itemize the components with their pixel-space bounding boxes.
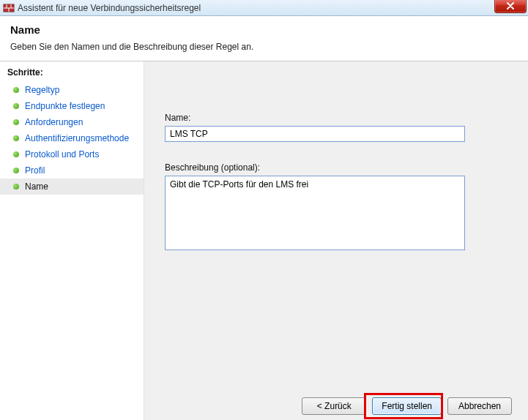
sidebar-item-profil[interactable]: Profil — [0, 162, 144, 179]
bullet-icon — [13, 151, 19, 157]
description-field-block: Beschreibung (optional): Gibt die TCP-Po… — [165, 162, 507, 252]
bullet-icon — [13, 87, 19, 93]
window-title: Assistent für neue Verbindungssicherheit… — [18, 3, 201, 13]
sidebar-item-label: Regeltyp — [25, 85, 59, 95]
bullet-icon — [13, 119, 19, 125]
name-field-block: Name: — [165, 113, 507, 142]
page-subtitle: Geben Sie den Namen und die Beschreibung… — [10, 42, 518, 52]
bullet-icon — [13, 135, 19, 141]
sidebar-item-protokoll[interactable]: Protokoll und Ports — [0, 146, 144, 162]
description-label: Beschreibung (optional): — [165, 162, 507, 173]
back-button[interactable]: < Zurück — [302, 397, 366, 415]
bullet-icon — [13, 103, 19, 109]
cancel-button[interactable]: Abbrechen — [447, 397, 512, 415]
sidebar-item-anforderungen[interactable]: Anforderungen — [0, 114, 144, 130]
page-title: Name — [10, 23, 518, 36]
description-input[interactable]: Gibt die TCP-Ports für den LMS frei — [165, 176, 465, 250]
sidebar-item-label: Endpunkte festlegen — [25, 101, 105, 111]
finish-button[interactable]: Fertig stellen — [372, 397, 442, 415]
sidebar-item-auth[interactable]: Authentifizierungsmethode — [0, 130, 144, 146]
sidebar-item-name[interactable]: Name — [0, 179, 144, 195]
wizard-window: Assistent für neue Verbindungssicherheit… — [0, 0, 528, 420]
sidebar-item-endpunkte[interactable]: Endpunkte festlegen — [0, 98, 144, 114]
sidebar-item-label: Protokoll und Ports — [25, 149, 99, 160]
name-input[interactable] — [165, 126, 465, 142]
button-row: < Zurück Fertig stellen Abbrechen — [302, 397, 512, 415]
main-panel: Name: Beschreibung (optional): Gibt die … — [144, 61, 528, 420]
body-area: Schritte: Regeltyp Endpunkte festlegen A… — [0, 61, 528, 420]
titlebar: Assistent für neue Verbindungssicherheit… — [0, 0, 528, 16]
firewall-icon — [3, 2, 15, 14]
sidebar-item-label: Authentifizierungsmethode — [25, 133, 129, 143]
close-button[interactable] — [494, 0, 527, 13]
name-label: Name: — [165, 113, 507, 123]
sidebar-heading: Schritte: — [0, 66, 144, 82]
wizard-steps-sidebar: Schritte: Regeltyp Endpunkte festlegen A… — [0, 61, 144, 420]
sidebar-item-label: Profil — [25, 165, 45, 176]
sidebar-item-label: Name — [25, 181, 48, 192]
bullet-icon — [13, 168, 19, 173]
header-area: Name Geben Sie den Namen und die Beschre… — [0, 16, 528, 61]
sidebar-item-regeltyp[interactable]: Regeltyp — [0, 82, 144, 98]
bullet-icon — [13, 184, 19, 190]
close-icon — [506, 2, 515, 10]
sidebar-item-label: Anforderungen — [25, 117, 83, 127]
